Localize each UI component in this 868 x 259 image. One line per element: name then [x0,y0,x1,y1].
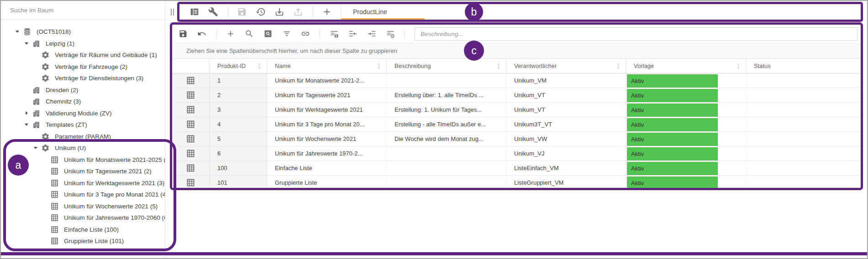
cell-name: Einfache Liste [267,161,387,175]
add-tab-icon[interactable] [322,7,332,17]
tree-item[interactable]: Unikum für Wochenwerte 2021 (5) [1,201,165,212]
cell-vorlage: Aktiv [626,103,746,117]
expander-down-icon[interactable] [22,119,31,131]
expander-spacer [31,49,40,61]
tree-item[interactable]: Chemnitz (3) [1,96,165,108]
table-row[interactable]: 2Unikum für Tageswerte 2021Erstellung üb… [172,88,861,103]
tree-item[interactable]: Dresden (2) [1,84,165,96]
tree-item-label: Unikum für 3 Tage pro Monat 2021 (4) [64,191,165,198]
tree-item-label: Parameter (PARAM) [55,133,111,140]
grid-icon [50,179,59,187]
expander-down-icon[interactable] [22,38,31,50]
link-icon[interactable] [301,29,310,38]
expander-spacer [31,61,40,73]
column-menu-icon[interactable]: ⋮ [735,63,742,69]
cell-vorlage: Aktiv [626,132,746,146]
building-icon [32,86,41,94]
annotation-circle-c: c [464,41,484,61]
tree-item[interactable]: Leipzig (1) [1,38,165,50]
reset-layout-icon[interactable] [386,29,395,38]
column-menu-icon[interactable]: ⋮ [256,63,263,69]
tree-item[interactable]: Verträge für Räume und Gebäude (1) [1,49,165,61]
tree-item[interactable]: Unikum (U) [1,142,165,154]
save-icon[interactable] [179,29,188,38]
filter-icon[interactable] [282,29,291,38]
tree-item-label: Validierung Module (ZV) [46,110,112,117]
cell-status [746,117,861,131]
tree-item[interactable]: Templates (ZT) [1,119,165,131]
tab-productline[interactable]: ProductLine [341,4,425,20]
expander-down-icon[interactable] [31,142,40,154]
upload-icon[interactable] [293,7,303,17]
cell-produkt-id: 3 [210,103,267,117]
grid-search-input[interactable] [415,27,857,41]
tree-item[interactable]: Validierung Module (ZV) [1,108,165,119]
expander-down-icon[interactable] [13,26,22,38]
tree-item-label: Dresden (2) [46,87,78,93]
table-row[interactable]: 5Unikum für Wochenwerte 2021Die Woche wi… [172,132,861,146]
annotation-circle-a: a [8,155,29,176]
grid-icon [50,155,59,164]
tree-item[interactable]: Unikum für Jahreswerte 1970-2060 (6) [1,212,165,224]
cell-verantwortlicher: Unikum_VM [506,73,626,88]
row-grid-icon [172,73,210,88]
table-row[interactable]: 101Gruppierte ListeListeGruppiert_VMAkti… [172,176,861,190]
collapse-columns-icon[interactable] [348,29,358,38]
restore-icon[interactable] [256,7,266,17]
cell-beschreibung [387,73,506,88]
tree-item-label: Chemnitz (3) [46,98,81,105]
status-badge: Aktiv [627,162,718,175]
header-cell-produkt-id[interactable]: Produkt-ID ⋮ [210,59,267,73]
group-by-bar[interactable]: Ziehen Sie eine Spaltenüberschrift hierh… [172,43,861,59]
search-panel-icon[interactable] [263,29,273,38]
table-row[interactable]: 1Unikum für Monatswerte 2021-2...Unikum_… [172,73,861,88]
cell-status [746,146,861,161]
search-icon[interactable] [245,29,254,38]
cell-verantwortlicher: ListeEinfach_VM [506,161,626,175]
tree-item[interactable]: Einfache Liste (100) [1,224,165,236]
header-cell-name[interactable]: Name ⋮ [267,59,387,73]
column-menu-icon[interactable]: ⋮ [495,63,502,69]
cell-name: Unikum für Wochenwerte 2021 [267,132,387,146]
undo-icon[interactable] [197,29,206,38]
wrench-icon[interactable] [208,7,218,17]
column-menu-icon[interactable]: ⋮ [615,63,621,69]
tree-item[interactable]: Verträge für Fahrzeuge (2) [1,61,165,73]
expand-columns-icon[interactable] [367,29,376,38]
header-cell-status[interactable]: Status [746,59,861,73]
table-row[interactable]: 6Unikum für Jahreswerte 1970-2...Unikum_… [172,146,861,161]
save-layout-icon[interactable] [330,29,339,38]
properties-panel-icon[interactable] [189,7,200,17]
row-grid-icon [172,161,210,175]
splitter-handle[interactable] [171,9,174,16]
cell-status [746,73,861,88]
tree-item[interactable]: Unikum für 3 Tage pro Monat 2021 (4) [1,189,165,201]
tree-item[interactable]: Parameter (PARAM) [1,131,165,143]
tree-item-label: Einfache Liste (100) [64,226,119,233]
column-title: Produkt-ID [217,62,246,69]
grid-toolbar [172,25,861,43]
tree-item-label: Unikum (U) [55,145,86,151]
cell-vorlage: Aktiv [626,146,746,161]
save-icon[interactable] [237,7,247,17]
expander-right-icon[interactable] [22,108,31,119]
cell-verantwortlicher: Unikum3T_VT [506,117,626,131]
tree-item[interactable]: Gruppierte Liste (101) [1,235,165,247]
header-cell-vorlage[interactable]: Vorlage ⋮ [626,59,746,73]
header-cell-verantwortlicher[interactable]: Verantwortlicher ⋮ [506,59,626,73]
cell-beschreibung: Erstellung: 1. Unikum für Tages... [387,103,506,117]
cell-beschreibung [387,176,506,190]
add-row-icon[interactable] [226,29,235,38]
table-row[interactable]: 3Unikum für Werktageswerte 2021Erstellun… [172,103,861,117]
tree-item[interactable]: Verträge für Dienstleistungen (3) [1,73,165,84]
table-row[interactable]: 100Einfache ListeListeEinfach_VMAktiv [172,161,861,176]
tree-search-input[interactable] [10,7,160,14]
table-row[interactable]: 4Unikum für 3 Tage pro Monat 20...Erstel… [172,117,861,132]
tree-item[interactable]: Unikum für Werktageswerte 2021 (3) [1,177,165,189]
download-icon[interactable] [274,7,284,17]
cell-vorlage: Aktiv [626,88,746,102]
cell-status [746,132,861,146]
tree-item[interactable]: (OCT51018) [1,26,165,38]
header-cell-beschreibung[interactable]: Beschreibung ⋮ [387,59,506,73]
column-menu-icon[interactable]: ⋮ [376,63,382,69]
